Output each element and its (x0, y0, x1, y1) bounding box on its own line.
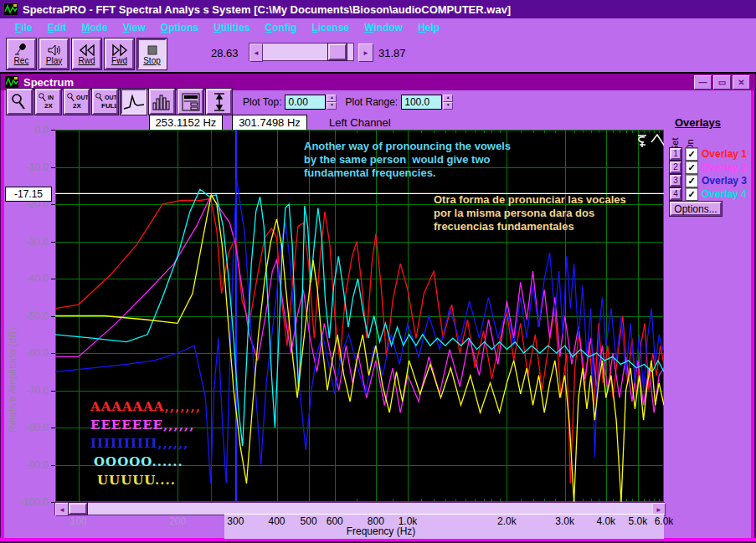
overlay-row: 3✓Overlay 3 (670, 174, 747, 187)
svg-text:FULL: FULL (101, 102, 116, 110)
overlay-label-1: Overlay 1 (702, 148, 747, 160)
overlay-set-button-2[interactable]: 2 (670, 161, 681, 173)
menu-bar: FileEditModeViewOptionsUtilitiesConfigLi… (0, 18, 756, 37)
vowel-label-5: UUUUU.... (97, 473, 176, 488)
overlay-label-4: Overlay 4 (702, 188, 747, 200)
plot-tool-buttons: IN2XOUT2XOUTFULL (7, 89, 234, 115)
overlay-checkbox-1[interactable]: ✓ (685, 147, 698, 161)
window-controls: —▭✕ (692, 75, 750, 90)
menu-item-options[interactable]: Options (161, 22, 198, 33)
x-tick-label: 4.0k (596, 515, 615, 527)
position-slider-track[interactable]: ◄ (249, 44, 353, 60)
english-note: Another way of pronouncing the vowels by… (304, 140, 511, 180)
plot-top-label: Plot Top: (243, 96, 281, 108)
overlays-panel-title[interactable]: Overlays (675, 116, 721, 129)
scrollbar-left-arrow[interactable]: ◄ (55, 503, 69, 516)
spectrapro-app: SpectraPRO - FFT Spectral Analys s Syste… (0, 0, 756, 543)
window-border-left[interactable] (1, 74, 4, 543)
overlay-set-button-4[interactable]: 4 (670, 188, 681, 200)
overlay-checkbox-3[interactable]: ✓ (685, 174, 698, 187)
vertical-scale-button[interactable] (206, 89, 232, 115)
zoom-out-2x-button[interactable]: OUT2X (64, 89, 90, 115)
x-tick-label: 300 (227, 515, 244, 527)
slider-thumb[interactable] (328, 44, 347, 60)
y-axis-title: Relative Amplitude (dB) (7, 207, 18, 433)
x-tick-label: 100 (70, 515, 87, 527)
menu-item-utilities[interactable]: Utilities (213, 22, 249, 33)
plot-range-input[interactable]: 100.0 (401, 95, 442, 110)
overlay-set-button-3[interactable]: 3 (670, 175, 681, 187)
menu-item-config[interactable]: Config (265, 22, 297, 33)
app-title: SpectraPRO - FFT Spectral Analys s Syste… (23, 3, 511, 16)
y-tick-label: 0.0 (2, 124, 49, 136)
overlay-options-button[interactable]: Options... (670, 202, 722, 216)
stop-button[interactable]: Stop (137, 38, 167, 69)
overlay-label-2: Overlay 2 (702, 161, 747, 173)
play-button-label: Play (46, 57, 62, 65)
reference-level-readout: -17.15 (5, 187, 52, 202)
app-titlebar: SpectraPRO - FFT Spectral Analys s Syste… (0, 0, 756, 18)
plot-top-spinner[interactable]: ▲▼ (327, 95, 337, 110)
overlay-row: 1✓Overlay 1 (670, 147, 747, 160)
rwd-button[interactable]: Rwd (72, 38, 101, 69)
overlay-label-3: Overlay 3 (702, 175, 747, 187)
menu-item-edit[interactable]: Edit (48, 22, 67, 33)
x-tick-label: 2.0k (497, 515, 517, 527)
x-axis-title: Frequency (Hz) (310, 525, 452, 537)
x-tick-label: 6.0k (655, 515, 674, 527)
overlay-checkbox-2[interactable]: ✓ (685, 161, 698, 174)
bar-plot-button[interactable] (149, 89, 175, 115)
svg-text:2X: 2X (44, 102, 53, 110)
transport-toolbar: RecPlayRwdFwdStop (7, 38, 170, 69)
slider-left-arrow[interactable]: ◄ (249, 44, 263, 62)
scrollbar-thumb[interactable] (69, 503, 87, 515)
channel-label: Left Channel (329, 116, 391, 129)
rec-button-label: Rec (14, 57, 29, 65)
plot-scrollbar[interactable]: ◄ ► (55, 503, 664, 515)
maximize-button[interactable]: ▭ (713, 75, 731, 90)
overlay-set-button-1[interactable]: 1 (670, 148, 681, 160)
menu-item-window[interactable]: Window (364, 22, 403, 33)
zoom-in-2x-button[interactable]: IN2X (35, 89, 61, 115)
vowel-label-2: EEEEEEE,,,,,, (90, 417, 194, 433)
menu-item-file[interactable]: File (15, 22, 33, 33)
menu-item-mode[interactable]: Mode (81, 22, 107, 33)
menu-item-license[interactable]: License (312, 22, 350, 33)
fwd-button[interactable]: Fwd (105, 38, 134, 69)
y-tick-label: -100.0 (2, 496, 49, 508)
play-button[interactable]: Play (39, 38, 69, 69)
plot-range-label: Plot Range: (345, 96, 398, 108)
vowel-label-1: AAAAAAA,,,,,,, (90, 399, 201, 414)
svg-text:IN: IN (48, 95, 54, 100)
svg-text:OUT: OUT (76, 95, 88, 100)
overlay-row: 4✓Overlay 4 (670, 187, 747, 200)
spectrum-titlebar[interactable]: Spectrum —▭✕ (1, 74, 755, 90)
overlay-row: 2✓Overlay 2 (670, 161, 747, 173)
spectrum-window-icon (5, 76, 18, 88)
menu-item-help[interactable]: Help (418, 22, 440, 33)
spanish-note: Otra forma de pronunciar las vocales por… (434, 193, 626, 233)
spectrum-plot[interactable]: Another way of pronouncing the vowels by… (55, 130, 664, 502)
spectrum-toolbar: IN2XOUT2XOUTFULL Plot Top: 0.00 ▲▼ Plot … (7, 89, 453, 115)
slider-left-value: 28.63 (211, 47, 239, 59)
stop-button-label: Stop (143, 57, 161, 65)
app-icon (4, 3, 18, 15)
y-tick-label: -90.0 (2, 459, 49, 471)
display-options-button[interactable] (177, 89, 203, 115)
overlay-checkbox-4[interactable]: ✓ (685, 187, 698, 201)
zoom-button[interactable] (7, 89, 33, 115)
rec-button[interactable]: Rec (7, 38, 36, 69)
plot-top-input[interactable]: 0.00 (285, 95, 326, 110)
peak-plot-button[interactable] (121, 89, 147, 115)
y-tick-label: -10.0 (2, 161, 49, 173)
zoom-out-full-button[interactable]: OUTFULL (92, 89, 118, 115)
svg-text:OUT: OUT (105, 95, 116, 100)
menu-item-view[interactable]: View (123, 22, 146, 33)
x-tick-label: 200 (169, 515, 186, 527)
slider-right-arrow[interactable]: ► (358, 44, 373, 62)
close-button[interactable]: ✕ (733, 75, 750, 90)
rwd-button-label: Rwd (78, 57, 95, 65)
minimize-button[interactable]: — (694, 75, 712, 90)
plot-range-spinner[interactable]: ▲▼ (443, 95, 453, 110)
slider-right-value: 31.87 (378, 47, 406, 59)
